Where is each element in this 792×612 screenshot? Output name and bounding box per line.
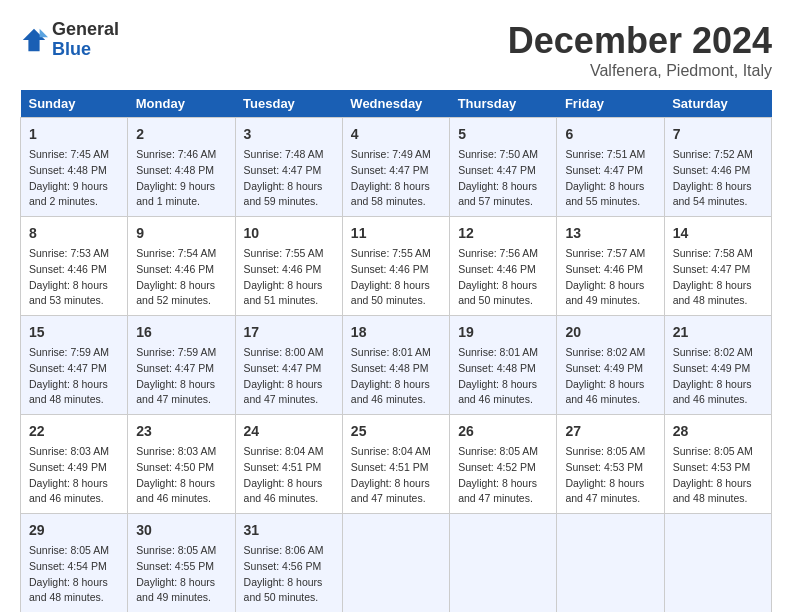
table-row: 9Sunrise: 7:54 AM Sunset: 4:46 PM Daylig… <box>128 217 235 316</box>
table-row: 29Sunrise: 8:05 AM Sunset: 4:54 PM Dayli… <box>21 514 128 613</box>
day-info: Sunrise: 7:52 AM Sunset: 4:46 PM Dayligh… <box>673 147 763 210</box>
calendar-week-row: 29Sunrise: 8:05 AM Sunset: 4:54 PM Dayli… <box>21 514 772 613</box>
day-info: Sunrise: 8:05 AM Sunset: 4:53 PM Dayligh… <box>673 444 763 507</box>
day-number: 2 <box>136 124 226 145</box>
table-row: 25Sunrise: 8:04 AM Sunset: 4:51 PM Dayli… <box>342 415 449 514</box>
day-number: 18 <box>351 322 441 343</box>
logo-icon <box>20 26 48 54</box>
calendar-week-row: 22Sunrise: 8:03 AM Sunset: 4:49 PM Dayli… <box>21 415 772 514</box>
table-row: 11Sunrise: 7:55 AM Sunset: 4:46 PM Dayli… <box>342 217 449 316</box>
header-friday: Friday <box>557 90 664 118</box>
table-row: 23Sunrise: 8:03 AM Sunset: 4:50 PM Dayli… <box>128 415 235 514</box>
table-row: 14Sunrise: 7:58 AM Sunset: 4:47 PM Dayli… <box>664 217 771 316</box>
day-info: Sunrise: 8:02 AM Sunset: 4:49 PM Dayligh… <box>565 345 655 408</box>
table-row: 3Sunrise: 7:48 AM Sunset: 4:47 PM Daylig… <box>235 118 342 217</box>
day-number: 28 <box>673 421 763 442</box>
day-info: Sunrise: 7:55 AM Sunset: 4:46 PM Dayligh… <box>244 246 334 309</box>
table-row: 13Sunrise: 7:57 AM Sunset: 4:46 PM Dayli… <box>557 217 664 316</box>
header-thursday: Thursday <box>450 90 557 118</box>
day-number: 7 <box>673 124 763 145</box>
header-monday: Monday <box>128 90 235 118</box>
day-number: 23 <box>136 421 226 442</box>
day-info: Sunrise: 7:59 AM Sunset: 4:47 PM Dayligh… <box>136 345 226 408</box>
day-info: Sunrise: 7:49 AM Sunset: 4:47 PM Dayligh… <box>351 147 441 210</box>
logo-general: General <box>52 20 119 40</box>
day-info: Sunrise: 8:03 AM Sunset: 4:50 PM Dayligh… <box>136 444 226 507</box>
table-row: 6Sunrise: 7:51 AM Sunset: 4:47 PM Daylig… <box>557 118 664 217</box>
table-row: 4Sunrise: 7:49 AM Sunset: 4:47 PM Daylig… <box>342 118 449 217</box>
day-info: Sunrise: 8:04 AM Sunset: 4:51 PM Dayligh… <box>244 444 334 507</box>
svg-marker-1 <box>40 29 48 37</box>
day-info: Sunrise: 7:48 AM Sunset: 4:47 PM Dayligh… <box>244 147 334 210</box>
day-info: Sunrise: 8:06 AM Sunset: 4:56 PM Dayligh… <box>244 543 334 606</box>
day-number: 20 <box>565 322 655 343</box>
day-info: Sunrise: 7:54 AM Sunset: 4:46 PM Dayligh… <box>136 246 226 309</box>
day-number: 11 <box>351 223 441 244</box>
day-number: 9 <box>136 223 226 244</box>
table-row: 28Sunrise: 8:05 AM Sunset: 4:53 PM Dayli… <box>664 415 771 514</box>
day-info: Sunrise: 8:01 AM Sunset: 4:48 PM Dayligh… <box>458 345 548 408</box>
day-number: 19 <box>458 322 548 343</box>
day-info: Sunrise: 7:59 AM Sunset: 4:47 PM Dayligh… <box>29 345 119 408</box>
day-info: Sunrise: 8:05 AM Sunset: 4:54 PM Dayligh… <box>29 543 119 606</box>
table-row <box>664 514 771 613</box>
header-wednesday: Wednesday <box>342 90 449 118</box>
page-header: General Blue December 2024 Valfenera, Pi… <box>20 20 772 80</box>
table-row: 30Sunrise: 8:05 AM Sunset: 4:55 PM Dayli… <box>128 514 235 613</box>
day-number: 10 <box>244 223 334 244</box>
day-info: Sunrise: 8:01 AM Sunset: 4:48 PM Dayligh… <box>351 345 441 408</box>
day-info: Sunrise: 8:05 AM Sunset: 4:52 PM Dayligh… <box>458 444 548 507</box>
day-info: Sunrise: 8:05 AM Sunset: 4:55 PM Dayligh… <box>136 543 226 606</box>
day-number: 4 <box>351 124 441 145</box>
table-row: 12Sunrise: 7:56 AM Sunset: 4:46 PM Dayli… <box>450 217 557 316</box>
day-info: Sunrise: 7:53 AM Sunset: 4:46 PM Dayligh… <box>29 246 119 309</box>
day-number: 27 <box>565 421 655 442</box>
day-number: 14 <box>673 223 763 244</box>
day-number: 12 <box>458 223 548 244</box>
day-number: 26 <box>458 421 548 442</box>
day-info: Sunrise: 8:04 AM Sunset: 4:51 PM Dayligh… <box>351 444 441 507</box>
day-info: Sunrise: 7:56 AM Sunset: 4:46 PM Dayligh… <box>458 246 548 309</box>
table-row: 31Sunrise: 8:06 AM Sunset: 4:56 PM Dayli… <box>235 514 342 613</box>
day-info: Sunrise: 7:51 AM Sunset: 4:47 PM Dayligh… <box>565 147 655 210</box>
logo-text: General Blue <box>52 20 119 60</box>
day-number: 25 <box>351 421 441 442</box>
day-number: 29 <box>29 520 119 541</box>
table-row: 20Sunrise: 8:02 AM Sunset: 4:49 PM Dayli… <box>557 316 664 415</box>
day-number: 8 <box>29 223 119 244</box>
day-info: Sunrise: 7:46 AM Sunset: 4:48 PM Dayligh… <box>136 147 226 210</box>
day-number: 16 <box>136 322 226 343</box>
day-info: Sunrise: 7:58 AM Sunset: 4:47 PM Dayligh… <box>673 246 763 309</box>
table-row: 5Sunrise: 7:50 AM Sunset: 4:47 PM Daylig… <box>450 118 557 217</box>
day-number: 17 <box>244 322 334 343</box>
table-row <box>557 514 664 613</box>
day-info: Sunrise: 7:57 AM Sunset: 4:46 PM Dayligh… <box>565 246 655 309</box>
day-number: 3 <box>244 124 334 145</box>
day-number: 24 <box>244 421 334 442</box>
calendar-week-row: 8Sunrise: 7:53 AM Sunset: 4:46 PM Daylig… <box>21 217 772 316</box>
table-row: 16Sunrise: 7:59 AM Sunset: 4:47 PM Dayli… <box>128 316 235 415</box>
day-number: 22 <box>29 421 119 442</box>
table-row: 2Sunrise: 7:46 AM Sunset: 4:48 PM Daylig… <box>128 118 235 217</box>
location-title: Valfenera, Piedmont, Italy <box>508 62 772 80</box>
header-tuesday: Tuesday <box>235 90 342 118</box>
table-row: 19Sunrise: 8:01 AM Sunset: 4:48 PM Dayli… <box>450 316 557 415</box>
day-number: 30 <box>136 520 226 541</box>
month-title: December 2024 <box>508 20 772 62</box>
day-info: Sunrise: 7:55 AM Sunset: 4:46 PM Dayligh… <box>351 246 441 309</box>
table-row <box>450 514 557 613</box>
table-row: 18Sunrise: 8:01 AM Sunset: 4:48 PM Dayli… <box>342 316 449 415</box>
table-row: 7Sunrise: 7:52 AM Sunset: 4:46 PM Daylig… <box>664 118 771 217</box>
day-info: Sunrise: 7:50 AM Sunset: 4:47 PM Dayligh… <box>458 147 548 210</box>
day-info: Sunrise: 8:02 AM Sunset: 4:49 PM Dayligh… <box>673 345 763 408</box>
table-row: 21Sunrise: 8:02 AM Sunset: 4:49 PM Dayli… <box>664 316 771 415</box>
day-info: Sunrise: 8:00 AM Sunset: 4:47 PM Dayligh… <box>244 345 334 408</box>
header-saturday: Saturday <box>664 90 771 118</box>
table-row: 8Sunrise: 7:53 AM Sunset: 4:46 PM Daylig… <box>21 217 128 316</box>
day-number: 31 <box>244 520 334 541</box>
title-block: December 2024 Valfenera, Piedmont, Italy <box>508 20 772 80</box>
table-row: 17Sunrise: 8:00 AM Sunset: 4:47 PM Dayli… <box>235 316 342 415</box>
header-sunday: Sunday <box>21 90 128 118</box>
table-row: 10Sunrise: 7:55 AM Sunset: 4:46 PM Dayli… <box>235 217 342 316</box>
table-row: 22Sunrise: 8:03 AM Sunset: 4:49 PM Dayli… <box>21 415 128 514</box>
